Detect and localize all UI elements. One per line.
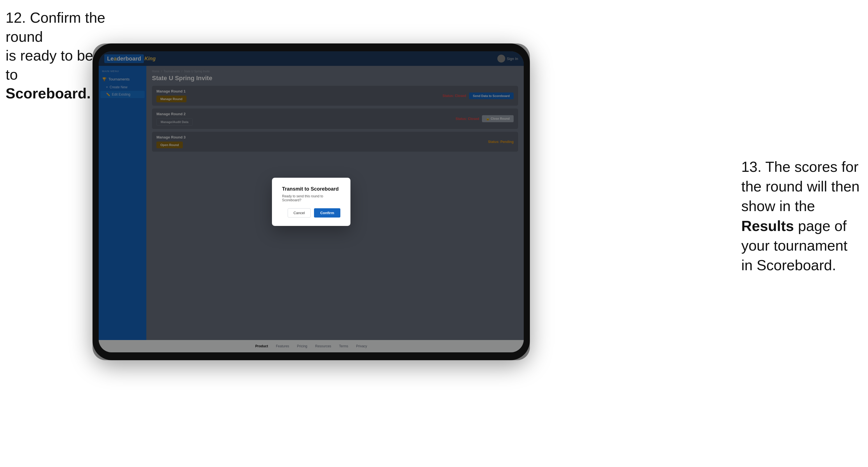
- annotation-right-rest: page of: [794, 218, 847, 234]
- tablet-screen: Leaderboard King Sign In MAIN MENU 🏆 Tou…: [99, 51, 524, 352]
- annotation-line3: Scoreboard.: [6, 85, 91, 101]
- annotation-line1: 12. Confirm the round: [6, 9, 105, 45]
- annotation-right-bold: Results: [741, 218, 794, 234]
- transmit-modal: Transmit to Scoreboard Ready to send thi…: [272, 178, 350, 226]
- annotation-right-line1: 13. The scores for: [741, 159, 859, 175]
- annotation-right: 13. The scores for the round will then s…: [741, 157, 860, 275]
- modal-buttons: Cancel Confirm: [282, 208, 340, 218]
- annotation-right-line5: your tournament: [741, 238, 847, 254]
- annotation-right-line2: the round will then: [741, 178, 860, 194]
- tablet: Leaderboard King Sign In MAIN MENU 🏆 Tou…: [93, 43, 530, 360]
- modal-confirm-btn[interactable]: Confirm: [314, 208, 340, 218]
- modal-title: Transmit to Scoreboard: [282, 186, 340, 192]
- annotation-right-line6: in Scoreboard.: [741, 257, 836, 273]
- annotation-right-line3: show in the: [741, 198, 815, 214]
- modal-cancel-btn[interactable]: Cancel: [288, 208, 311, 218]
- modal-overlay: Transmit to Scoreboard Ready to send thi…: [99, 51, 524, 352]
- modal-subtitle: Ready to send this round to Scoreboard?: [282, 194, 340, 202]
